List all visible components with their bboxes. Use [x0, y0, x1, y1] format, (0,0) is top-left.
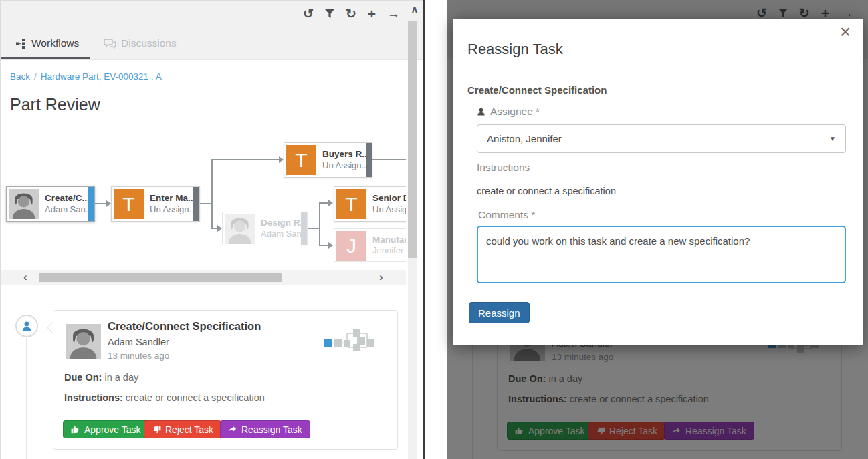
due-row: Due On: in a day [64, 372, 138, 383]
panel-toolbar: ↺ ↻ + → [303, 7, 400, 21]
modal-title: Reassign Task [467, 41, 563, 58]
connector-arrow [328, 200, 333, 206]
close-icon[interactable]: × [840, 23, 851, 41]
tab-discussions[interactable]: Discussions [104, 37, 177, 49]
node-status-bar [88, 187, 94, 221]
connector-line [319, 245, 328, 246]
tab-workflows[interactable]: Workflows [16, 37, 79, 49]
node-status-bar [301, 212, 307, 245]
connector-line [319, 202, 328, 204]
node-subtitle: Un Assign... [322, 160, 366, 172]
funnel-glyph [325, 9, 334, 19]
node-title: Design R... [261, 217, 301, 229]
task-card: Create/Connect Specification Adam Sandle… [53, 310, 398, 450]
approve-task-button[interactable]: Approve Task [63, 420, 149, 438]
task-type-badge: T [336, 189, 366, 219]
node-design-r[interactable]: Design R...Adam San... [222, 212, 308, 245]
node-create-connect[interactable]: Create/C...Adam San... [6, 186, 95, 222]
page-title: Part Review [10, 95, 100, 114]
assignee-select[interactable]: Aniston, Jennifer ▼ [477, 124, 846, 153]
node-subtitle: Un Assig [372, 204, 406, 216]
connector-line [211, 160, 213, 204]
tab-workflows-label: Workflows [31, 37, 79, 49]
scroll-left-icon[interactable]: ‹ [23, 270, 27, 285]
node-senior-d[interactable]: T Senior DUn Assig [334, 186, 406, 222]
workflow-diagram: Create/C...Adam San... T Enter Ma...Un A… [1, 120, 406, 271]
diagram-horizontal-scrollbar[interactable]: ‹ › [1, 270, 406, 285]
connector-line [95, 203, 106, 204]
avatar-photo [225, 214, 255, 244]
refresh-icon[interactable]: ↻ [346, 7, 356, 21]
connector-arrow [279, 156, 284, 163]
instructions-row: Instructions: create or connect a specif… [64, 392, 265, 403]
tab-discussions-label: Discussions [121, 37, 177, 49]
discussions-icon [104, 39, 116, 49]
connector-line [211, 228, 217, 229]
chevron-down-icon: ▼ [829, 135, 836, 142]
workflow-panel: ↺ ↻ + → Workflows Discussions [0, 0, 425, 459]
reassign-task-modal: × Reassign Task Create/Connect Specifica… [453, 19, 863, 345]
filter-icon[interactable] [325, 9, 334, 19]
screen: ↺ ↻ + → Workflows Discussions [0, 0, 868, 459]
reject-task-button[interactable]: Reject Task [144, 420, 221, 438]
node-enter-ma[interactable]: T Enter Ma...Un Assign... [111, 186, 200, 222]
node-status-bar [193, 187, 199, 221]
instructions-value: create or connect a specification [126, 392, 265, 403]
comments-label-text: Comments * [478, 209, 535, 221]
task-type-badge: T [114, 189, 144, 219]
instructions-text: create or connect a specification [477, 186, 616, 196]
forward-icon[interactable]: → [387, 7, 400, 21]
vertical-scroll-thumb[interactable] [408, 21, 417, 258]
node-title: Create/C... [45, 192, 88, 204]
node-status-bar [366, 143, 372, 177]
task-title: Create/Connect Specification [108, 320, 261, 333]
comments-input[interactable]: could you work on this task and create a… [477, 226, 846, 283]
approve-task-label: Approve Task [84, 424, 141, 435]
connector-line [211, 203, 213, 229]
reassign-task-button[interactable]: Reassign Task [220, 420, 310, 438]
instructions-field-label: Instructions [477, 162, 530, 174]
comments-field-label: Comments * [478, 209, 535, 221]
person-icon [477, 107, 485, 116]
connector-line [319, 203, 320, 246]
workflows-icon [16, 39, 26, 49]
add-icon[interactable]: + [368, 7, 376, 21]
connector-line [211, 159, 279, 160]
task-assignee: Adam Sandler [108, 337, 169, 347]
node-title: Manufac [372, 234, 406, 246]
assignee-avatar [66, 324, 101, 359]
history-icon[interactable]: ↺ [303, 7, 314, 21]
thumbs-up-icon [71, 425, 80, 434]
breadcrumb-item-link[interactable]: Hardware Part, EV-000321 : A [41, 71, 162, 82]
task-type-badge: J [336, 231, 366, 261]
breadcrumb-separator: / [34, 71, 37, 82]
instructions-label: Instructions: [64, 392, 123, 403]
breadcrumb-back-link[interactable]: Back [10, 71, 30, 82]
due-label: Due On: [64, 372, 102, 383]
task-type-badge: T [286, 145, 316, 175]
instructions-label-text: Instructions [477, 162, 530, 174]
node-buyers-r[interactable]: T Buyers R...Un Assign... [284, 142, 372, 178]
person-icon [21, 320, 33, 332]
node-subtitle: Un Assign... [150, 204, 193, 216]
node-title: Senior D [372, 192, 406, 204]
horizontal-scroll-thumb[interactable] [39, 273, 282, 282]
active-tab-underline [1, 57, 90, 59]
breadcrumb: Back/Hardware Part, EV-000321 : A [10, 71, 162, 82]
connector-arrow [217, 225, 222, 232]
timeline-line [26, 338, 27, 459]
window-divider [423, 0, 425, 459]
node-subtitle: Jennifer [372, 245, 406, 257]
reassign-submit-button[interactable]: Reassign [469, 302, 530, 323]
card-notch [47, 321, 59, 333]
timeline-user-marker [15, 315, 38, 337]
modal-divider [467, 65, 848, 65]
node-manufac[interactable]: J ManufacJennifer [334, 228, 406, 262]
modal-task-name: Create/Connect Specification [467, 84, 607, 96]
scroll-right-icon[interactable]: › [379, 270, 383, 285]
node-title: Buyers R... [322, 148, 366, 160]
vertical-scrollbar[interactable] [408, 21, 417, 459]
assignee-label-text: Assignee * [490, 106, 540, 118]
node-title: Enter Ma... [150, 192, 193, 204]
scroll-up-icon[interactable]: ∧ [406, 3, 423, 19]
